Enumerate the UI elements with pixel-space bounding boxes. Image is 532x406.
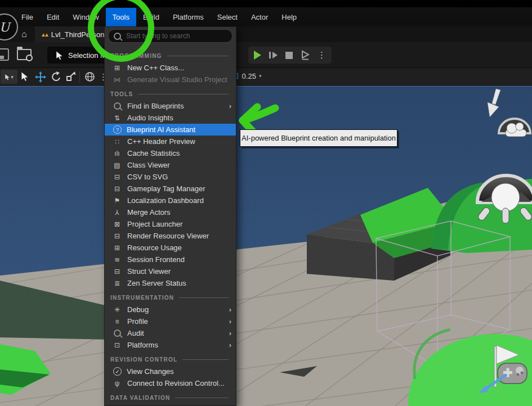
tab-row: ⌂ ▲▲ Lvl_ThirdPerson <box>0 26 532 42</box>
table-icon: ⊞ <box>112 244 122 252</box>
tooltip: AI-powered Blueprint creation and manipu… <box>240 129 397 147</box>
menu-list: PROGRAMMING⊞New C++ Class...⋈Generate Vi… <box>105 44 236 406</box>
submenu-arrow-icon: › <box>229 317 231 326</box>
menu-item-struct-viewer[interactable]: ⊟Struct Viewer <box>105 265 236 277</box>
menu-item-platforms[interactable]: ⊡Platforms› <box>105 339 236 351</box>
devices-icon: ⊡ <box>112 341 122 349</box>
menubar-items: FileEditWindowToolsBuildPlatformsSelectA… <box>15 8 303 26</box>
main-toolbar: Selection Mode ⋮ <box>0 42 532 67</box>
skylight-icon[interactable] <box>477 175 532 223</box>
bug-icon: ✳ <box>112 306 122 314</box>
menu-item-connect-to-revision-control[interactable]: ψConnect to Revision Control... <box>105 377 236 389</box>
menu-item-label: C++ Header Preview <box>127 137 195 146</box>
menubar: U FileEditWindowToolsBuildPlatformsSelec… <box>0 0 532 26</box>
menu-item-new-cpp-class[interactable]: ⊞New C++ Class... <box>105 62 236 74</box>
search-blueprint-icon <box>112 102 122 110</box>
submenu-arrow-icon: › <box>229 305 231 314</box>
home-icon[interactable]: ⌂ <box>21 29 27 39</box>
level-tab-icon: ▲▲ <box>41 31 47 38</box>
play-button[interactable] <box>254 51 261 60</box>
menubar-item-file[interactable]: File <box>15 8 40 26</box>
menu-item-session-frontend[interactable]: ≋Session Frontend <box>105 254 236 265</box>
menu-section-instrumentation: INSTRUMENTATION <box>105 291 236 304</box>
submenu-arrow-icon: › <box>229 341 231 349</box>
content-browser-icon[interactable] <box>17 49 32 60</box>
menu-item-zen-server-status[interactable]: ≣Zen Server Status <box>105 277 236 289</box>
menu-item-localization-dashboard[interactable]: ⚑Localization Dashboard <box>105 195 236 206</box>
menu-section-tools: TOOLS <box>105 88 236 100</box>
menu-item-audit[interactable]: Audit› <box>105 327 236 339</box>
menu-item-find-in-blueprints[interactable]: Find in Blueprints› <box>105 100 236 112</box>
menubar-item-platforms[interactable]: Platforms <box>166 8 211 26</box>
menu-item-label: Blueprint AI Assistant <box>127 125 195 134</box>
question-circle-icon: ? <box>113 125 122 134</box>
menu-item-label: Class Viewer <box>127 161 170 169</box>
menu-item-project-launcher[interactable]: ⊠Project Launcher <box>105 218 236 230</box>
profile-bars-icon: ≡ <box>112 318 122 326</box>
menu-item-label: Find in Blueprints <box>127 102 184 110</box>
move-tool-icon[interactable] <box>35 71 46 83</box>
launch-button[interactable] <box>300 50 310 60</box>
menu-item-gameplay-tag-manager[interactable]: ⊟Gameplay Tag Manager <box>105 183 236 195</box>
menu-item-label: Generate Visual Studio Project <box>127 75 227 84</box>
stop-button[interactable] <box>285 52 293 59</box>
flag-icon: ⚑ <box>112 197 122 205</box>
menu-item-generate-visual-studio-project[interactable]: ⋈Generate Visual Studio Project <box>105 74 236 85</box>
menu-item-csv-to-svg[interactable]: ⊟CSV to SVG <box>105 171 236 183</box>
audit-search-icon <box>112 330 122 337</box>
save-icon[interactable] <box>0 48 9 61</box>
menu-item-label: Merge Actors <box>127 208 171 216</box>
menu-item-label: CSV to SVG <box>127 173 168 181</box>
menu-item-profile[interactable]: ≡Profile› <box>105 315 236 327</box>
cpp-class-icon: ⊞ <box>112 64 122 72</box>
viewport-cursor-dropdown[interactable]: ▾ <box>1 70 17 84</box>
menubar-item-actor[interactable]: Actor <box>244 8 275 26</box>
menu-item-blueprint-ai-assistant[interactable]: ?Blueprint AI Assistant <box>105 124 236 136</box>
tools-menu-panel: PROGRAMMING⊞New C++ Class...⋈Generate Vi… <box>104 26 236 406</box>
menu-item-merge-actors[interactable]: ⅄Merge Actors <box>105 206 236 218</box>
menu-item-label: Zen Server Status <box>127 279 186 287</box>
world-transform-icon[interactable] <box>84 71 95 82</box>
menu-item-validate-data[interactable]: ✔Validate Data... <box>105 404 236 406</box>
menu-item-label: New C++ Class... <box>127 64 184 72</box>
document-icon: ▤ <box>112 161 122 169</box>
menubar-item-edit[interactable]: Edit <box>40 8 66 26</box>
cursor-icon <box>5 74 10 80</box>
tooltip-text: AI-powered Blueprint creation and manipu… <box>242 134 396 142</box>
play-controls: ⋮ <box>248 47 332 64</box>
menu-item-cpp-header-preview[interactable]: ∷C++ Header Preview <box>105 136 236 147</box>
cursor-icon <box>55 51 64 60</box>
viewport-toolbar: ▾ ⋮ ⊡ 0.25 ▾ <box>0 67 532 86</box>
rotate-tool-icon[interactable] <box>51 71 61 82</box>
scale-tool-icon[interactable] <box>66 71 76 82</box>
menu-item-label: Localization Dashboard <box>127 196 204 205</box>
menu-item-debug[interactable]: ✳Debug› <box>105 304 236 315</box>
menu-section-data-validation: DATA VALIDATION <box>105 391 236 404</box>
convert-icon: ⊟ <box>112 173 122 181</box>
submenu-arrow-icon: › <box>229 329 231 337</box>
audio-sliders-icon: ⇅ <box>112 114 122 122</box>
menu-item-label: Audit <box>127 329 144 337</box>
server-stack-icon: ≣ <box>112 279 122 287</box>
sky-atmosphere-icon[interactable] <box>499 119 530 137</box>
menu-item-resource-usage[interactable]: ⊞Resource Usage <box>105 242 236 254</box>
play-options-menu-icon[interactable]: ⋮ <box>318 50 326 60</box>
menubar-item-help[interactable]: Help <box>275 8 303 26</box>
menu-item-label: Connect to Revision Control... <box>127 379 225 387</box>
merge-person-icon: ⅄ <box>112 209 122 216</box>
menubar-item-select[interactable]: Select <box>211 8 244 26</box>
frame-skip-button[interactable] <box>269 50 278 60</box>
menu-item-class-viewer[interactable]: ▤Class Viewer <box>105 159 236 171</box>
menu-section-revision-control: REVISION CONTROL <box>105 353 236 366</box>
menu-item-cache-statistics[interactable]: ılıCache Statistics <box>105 147 236 159</box>
menu-item-audio-insights[interactable]: ⇅Audio Insights <box>105 112 236 124</box>
menu-item-view-changes[interactable]: ✓View Changes <box>105 366 236 377</box>
branch-icon: ψ <box>112 380 122 387</box>
menu-item-render-resource-viewer[interactable]: ⊟Render Resource Viewer <box>105 230 236 242</box>
struct-icon: ⊟ <box>112 268 122 276</box>
chevron-down-icon: ▾ <box>259 73 262 79</box>
tag-manager-icon: ⊟ <box>112 185 122 193</box>
unreal-editor-window: { "window": { "menubar_items": ["File", … <box>0 0 532 406</box>
select-tool-icon[interactable] <box>20 71 29 82</box>
cpp-header-icon: ∷ <box>112 138 122 146</box>
